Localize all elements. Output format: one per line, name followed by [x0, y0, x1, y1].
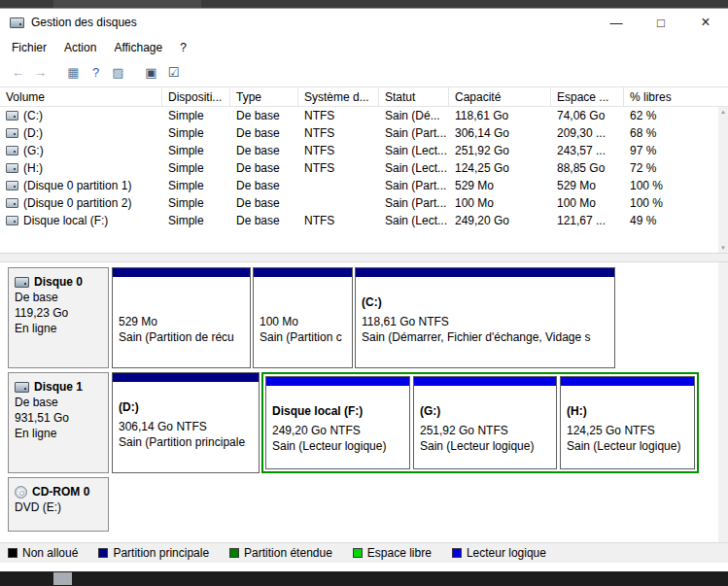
screen: Gestion des disques — □ × FichierActionA… — [0, 0, 728, 586]
column-header-volume[interactable]: Volume — [0, 87, 162, 106]
scroll-down-icon[interactable]: ▼ — [718, 245, 728, 251]
disk-detail: 119,23 Go — [15, 306, 103, 320]
disk-management-window: Gestion des disques — □ × FichierActionA… — [0, 8, 728, 571]
partitions-area: 529 MoSain (Partition de récu100 MoSain … — [112, 267, 617, 368]
cell-status: Sain (Lect... — [379, 212, 449, 229]
scroll-up-icon[interactable]: ▲ — [718, 109, 728, 115]
help-icon[interactable]: ? — [86, 63, 106, 83]
cell-volume: (Disque 0 partition 1) — [0, 177, 162, 194]
column-header-espace[interactable]: Espace ... — [551, 87, 624, 106]
volume-row-disque-local-f[interactable]: Disque local (F:)SimpleDe baseNTFSSain (… — [0, 212, 728, 229]
partition-block-d[interactable]: (D:)306,14 Go NTFSSain (Partition princi… — [112, 372, 260, 473]
partition-block[interactable]: 529 MoSain (Partition de récu — [112, 267, 251, 368]
column-header-capacit[interactable]: Capacité — [449, 87, 551, 106]
volume-list-scrollbar[interactable]: ▲ ▼ — [718, 107, 728, 253]
action-pane-icon[interactable]: ▨ — [108, 63, 128, 83]
volume-icon — [6, 146, 18, 155]
disk-panel-cd-rom-0[interactable]: CD-ROM 0DVD (E:) — [8, 477, 109, 532]
toolbar: ←→▦?▨▣☑ — [0, 59, 728, 87]
partition-status: Sain (Lecteur logique) — [414, 438, 556, 454]
disk-panel-disque-1[interactable]: Disque 1De base931,51 GoEn ligne — [8, 372, 109, 473]
disk-detail: En ligne — [15, 322, 103, 335]
volume-row-h[interactable]: (H:)SimpleDe baseNTFSSain (Lect...124,25… — [0, 159, 728, 177]
partition-type-strip — [113, 373, 259, 382]
partition-block[interactable]: 100 MoSain (Partition c — [253, 267, 353, 368]
legend-item-lecteur-logique: Lecteur logique — [452, 546, 546, 560]
legend-color-swatch — [229, 548, 239, 558]
console-window-icon[interactable]: ▣ — [141, 63, 161, 83]
cell-status: Sain (Dé... — [379, 107, 449, 124]
task-list-icon[interactable]: ☑ — [163, 63, 184, 83]
graphic-scrollbar[interactable] — [718, 262, 728, 542]
cell-volume: (G:) — [0, 142, 162, 159]
cell-free: 209,30 ... — [551, 124, 624, 142]
close-button[interactable]: × — [683, 9, 728, 36]
disk-panel-disque-0[interactable]: Disque 0De base119,23 GoEn ligne — [8, 267, 109, 368]
disk-row-disque-0: Disque 0De base119,23 GoEn ligne529 MoSa… — [8, 267, 716, 368]
cell-status: Sain (Part... — [379, 177, 449, 194]
disk-name: CD-ROM 0 — [32, 485, 89, 499]
partition-block-disque-local-f[interactable]: Disque local (F:)249,20 Go NTFSSain (Lec… — [265, 376, 410, 469]
volume-list: VolumeDispositi...TypeSystème d...Statut… — [0, 87, 728, 253]
partition-status: Sain (Partition c — [254, 329, 352, 345]
volume-row-d[interactable]: (D:)SimpleDe baseNTFSSain (Part...306,14… — [0, 124, 728, 142]
cell-layout: Simple — [162, 124, 230, 142]
cell-volume: (C:) — [0, 107, 162, 124]
volume-name: Disque local (F:) — [23, 212, 108, 229]
cell-pct: 49 % — [624, 212, 718, 229]
column-header-syst-me-d[interactable]: Système d... — [298, 87, 379, 106]
menu-fichier[interactable]: Fichier — [3, 37, 55, 58]
menu-action[interactable]: Action — [55, 37, 105, 58]
minimize-button[interactable]: — — [594, 9, 639, 36]
partition-type-strip — [561, 377, 694, 386]
volume-row-disque-0-partition-1[interactable]: (Disque 0 partition 1)SimpleDe baseSain … — [0, 177, 728, 194]
cell-fs: NTFS — [298, 212, 379, 229]
cell-free: 74,06 Go — [551, 107, 624, 124]
volume-name: (G:) — [23, 142, 44, 159]
menubar: FichierActionAffichage? — [0, 36, 728, 59]
volume-row-g[interactable]: (G:)SimpleDe baseNTFSSain (Lect...251,92… — [0, 142, 728, 159]
cell-capacity: 251,92 Go — [449, 142, 551, 159]
cell-capacity: 249,20 Go — [449, 212, 551, 229]
partition-block-h[interactable]: (H:)124,25 Go NTFSSain (Lecteur logique) — [560, 376, 695, 469]
volume-row-disque-0-partition-2[interactable]: (Disque 0 partition 2)SimpleDe baseSain … — [0, 194, 728, 212]
volume-icon — [6, 163, 18, 173]
column-header-dispositi[interactable]: Dispositi... — [162, 87, 230, 106]
legend-label: Espace libre — [367, 546, 432, 560]
cell-layout: Simple — [162, 212, 230, 229]
partition-size: 124,25 Go NTFS — [561, 423, 694, 438]
menu-help[interactable]: ? — [171, 37, 195, 58]
cell-fs: NTFS — [298, 142, 379, 159]
cell-fs: NTFS — [298, 124, 379, 142]
pane-splitter[interactable] — [0, 253, 728, 262]
volume-name: (D:) — [23, 124, 43, 142]
forward-icon[interactable]: → — [30, 63, 51, 83]
partition-block-c[interactable]: (C:)118,61 Go NTFSSain (Démarrer, Fichie… — [355, 267, 615, 368]
partition-size: 251,92 Go NTFS — [414, 423, 556, 438]
cell-volume: (H:) — [0, 159, 162, 177]
legend-bar: Non allouéPartition principalePartition … — [0, 542, 728, 563]
back-icon[interactable]: ← — [8, 63, 28, 83]
titlebar[interactable]: Gestion des disques — □ × — [0, 9, 728, 36]
window-title: Gestion des disques — [31, 16, 137, 29]
volume-name: (C:) — [23, 107, 43, 124]
cell-free: 88,85 Go — [551, 159, 624, 177]
column-header-libres[interactable]: % libres — [624, 87, 718, 106]
maximize-button[interactable]: □ — [639, 9, 683, 36]
legend-label: Partition étendue — [244, 546, 332, 560]
column-header-type[interactable]: Type — [230, 87, 298, 106]
partition-block-g[interactable]: (G:)251,92 Go NTFSSain (Lecteur logique) — [413, 376, 557, 469]
column-header-statut[interactable]: Statut — [379, 87, 449, 106]
console-tree-icon[interactable]: ▦ — [63, 63, 84, 83]
menu-affichage[interactable]: Affichage — [105, 37, 171, 58]
volume-row-c[interactable]: (C:)SimpleDe baseNTFSSain (Dé...118,61 G… — [0, 107, 728, 124]
hard-disk-icon — [15, 277, 29, 288]
cell-pct: 100 % — [624, 194, 718, 212]
legend-item-espace-libre: Espace libre — [353, 546, 432, 560]
disk-row-cd-rom-0: CD-ROM 0DVD (E:) — [8, 477, 716, 532]
graphical-view: Disque 0De base119,23 GoEn ligne529 MoSa… — [0, 262, 728, 542]
partition-status: Sain (Lecteur logique) — [266, 438, 409, 454]
cell-capacity: 306,14 Go — [449, 124, 551, 142]
volume-icon — [6, 128, 18, 138]
disk-name: Disque 0 — [34, 275, 83, 289]
